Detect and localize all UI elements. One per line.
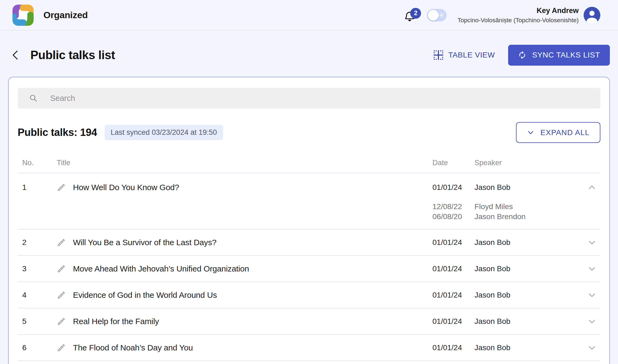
talk-speaker: Jason Bob bbox=[474, 264, 587, 273]
chevron-down-icon bbox=[587, 343, 597, 352]
chevron-down-icon bbox=[587, 290, 597, 300]
column-title: Title bbox=[57, 159, 432, 167]
chevron-down-icon bbox=[587, 264, 597, 273]
talk-speaker: Jason Bob bbox=[474, 291, 587, 299]
avatar[interactable] bbox=[584, 7, 600, 24]
expand-row-button[interactable] bbox=[587, 264, 600, 273]
column-speaker: Speaker bbox=[474, 159, 587, 167]
talk-date: 01/01/24 bbox=[432, 291, 474, 299]
talk-date: 01/01/24 bbox=[432, 264, 474, 273]
talk-number: 1 bbox=[22, 183, 57, 192]
edit-icon[interactable] bbox=[57, 317, 66, 326]
table-view-label: TABLE VIEW bbox=[448, 51, 495, 59]
talks-count: Public talks: 194 bbox=[18, 127, 97, 138]
sync-talks-label: SYNC TALKS LIST bbox=[532, 51, 600, 59]
table-row[interactable]: 6 The Flood of Noah’s Day and You 01/01/… bbox=[18, 335, 600, 361]
talk-speaker: Jason Bob bbox=[474, 183, 587, 192]
column-date: Date bbox=[432, 159, 474, 167]
talk-number: 5 bbox=[22, 317, 57, 326]
expand-all-button[interactable]: EXPAND ALL bbox=[516, 122, 600, 143]
talk-date: 01/01/24 bbox=[432, 343, 474, 352]
history-entry: 12/08/22 Floyd Miles bbox=[22, 202, 600, 212]
talk-title: The Flood of Noah’s Day and You bbox=[73, 343, 193, 352]
table-header: No. Title Date Speaker bbox=[18, 159, 600, 173]
table-row[interactable]: 4 Evidence of God in the World Around Us… bbox=[18, 282, 600, 308]
user-congregation: Topcino-Volosăniște (Topchino-Volosenish… bbox=[457, 17, 579, 24]
talk-title: Move Ahead With Jehovah’s Unified Organi… bbox=[73, 264, 249, 273]
talk-date: 01/01/24 bbox=[432, 317, 474, 326]
user-info: Key Andrew Topcino-Volosăniște (Topchino… bbox=[457, 7, 579, 24]
history-speaker: Floyd Miles bbox=[474, 202, 587, 211]
history-entry: 06/08/20 Jason Brendon bbox=[22, 212, 600, 222]
history-date: 06/08/20 bbox=[432, 212, 474, 221]
chevron-down-icon bbox=[587, 238, 597, 247]
talk-number: 6 bbox=[22, 343, 57, 352]
expand-row-button[interactable] bbox=[587, 317, 600, 326]
page-toolbar: Public talks list TABLE VIEW SYNC TALKS … bbox=[8, 44, 610, 66]
column-no: No. bbox=[22, 159, 57, 167]
talk-speaker: Jason Bob bbox=[474, 343, 587, 352]
user-name: Key Andrew bbox=[457, 7, 579, 15]
notifications-button[interactable]: 2 bbox=[403, 5, 418, 26]
last-synced-badge: Last synced 03/23/2024 at 19:50 bbox=[105, 125, 223, 140]
talk-number: 3 bbox=[22, 264, 57, 273]
talk-title: Real Help for the Family bbox=[73, 317, 159, 326]
edit-icon[interactable] bbox=[57, 343, 66, 352]
talk-speaker: Jason Bob bbox=[474, 317, 587, 326]
back-button[interactable] bbox=[8, 47, 23, 63]
search-icon bbox=[29, 94, 37, 102]
sync-talks-button[interactable]: SYNC TALKS LIST bbox=[508, 45, 610, 66]
sun-icon bbox=[438, 12, 445, 18]
talk-title: Evidence of God in the World Around Us bbox=[73, 290, 217, 300]
expand-all-label: EXPAND ALL bbox=[540, 128, 590, 137]
chevron-down-icon bbox=[527, 129, 534, 136]
talk-history: 12/08/22 Floyd Miles 06/08/20 Jason Bren… bbox=[18, 202, 600, 229]
talk-speaker: Jason Bob bbox=[474, 238, 587, 247]
expand-row-button[interactable] bbox=[587, 238, 600, 247]
expand-row-button[interactable] bbox=[587, 343, 600, 352]
app-title: Organized bbox=[43, 10, 88, 20]
edit-icon[interactable] bbox=[57, 238, 66, 247]
search-input[interactable] bbox=[18, 88, 600, 108]
talk-number: 4 bbox=[22, 291, 57, 299]
talks-card: Public talks: 194 Last synced 03/23/2024… bbox=[8, 77, 610, 364]
edit-icon[interactable] bbox=[57, 183, 66, 192]
talk-date: 01/01/24 bbox=[432, 238, 474, 247]
talk-date: 01/01/24 bbox=[432, 183, 474, 192]
history-date: 12/08/22 bbox=[432, 202, 474, 211]
notification-count-badge: 2 bbox=[410, 8, 421, 19]
table-row[interactable]: 3 Move Ahead With Jehovah’s Unified Orga… bbox=[18, 256, 600, 282]
app-logo-icon bbox=[12, 5, 34, 26]
table-grid-icon bbox=[434, 50, 443, 60]
table-view-button[interactable]: TABLE VIEW bbox=[434, 50, 495, 60]
search-bar bbox=[18, 88, 600, 108]
chevron-up-icon bbox=[587, 183, 597, 192]
count-row: Public talks: 194 Last synced 03/23/2024… bbox=[18, 122, 600, 143]
sync-icon bbox=[518, 51, 527, 59]
table-row[interactable]: 1 How Well Do You Know God? 01/01/24 Jas… bbox=[18, 173, 600, 229]
talk-title: Will You Be a Survivor of the Last Days? bbox=[73, 238, 216, 247]
expand-row-button[interactable] bbox=[587, 290, 600, 300]
theme-toggle[interactable] bbox=[427, 9, 447, 21]
toggle-knob bbox=[428, 10, 439, 21]
app-header: Organized 2 Key Andrew Topcino-Volosăniș… bbox=[0, 0, 618, 31]
chevron-left-icon bbox=[10, 49, 21, 61]
edit-icon[interactable] bbox=[57, 264, 66, 273]
edit-icon[interactable] bbox=[57, 290, 66, 300]
talk-title: How Well Do You Know God? bbox=[73, 183, 179, 192]
talk-number: 2 bbox=[22, 238, 57, 247]
page-title: Public talks list bbox=[30, 48, 115, 62]
chevron-down-icon bbox=[587, 317, 597, 326]
history-speaker: Jason Brendon bbox=[474, 212, 587, 221]
collapse-row-button[interactable] bbox=[587, 183, 600, 192]
table-row[interactable]: 5 Real Help for the Family 01/01/24 Jaso… bbox=[18, 308, 600, 335]
table-row[interactable]: 2 Will You Be a Survivor of the Last Day… bbox=[18, 229, 600, 256]
